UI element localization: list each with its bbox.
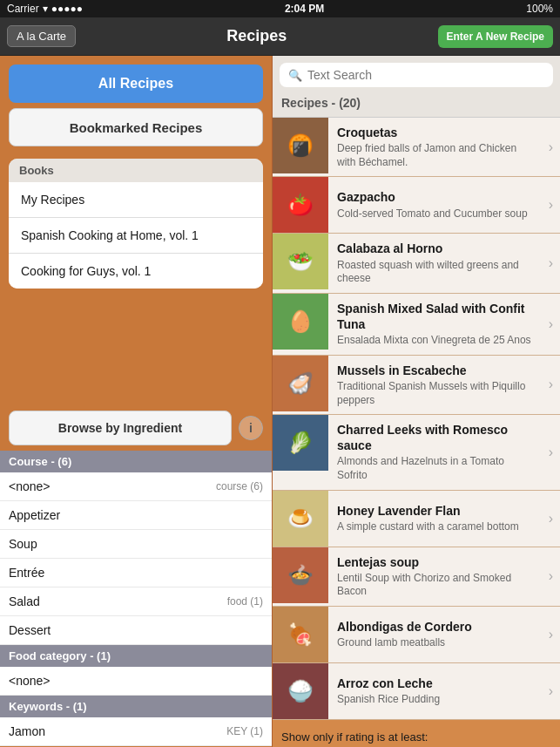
nav-title: Recipes — [226, 27, 287, 45]
chevron-icon: › — [542, 663, 560, 719]
recipe-thumb-mussels: 🦪 — [273, 356, 328, 411]
book-item-my-recipes[interactable]: My Recipes — [9, 182, 263, 218]
recipe-desc-croquetas: Deep fried balls of Jamon and Chicken wi… — [337, 142, 535, 169]
search-input-wrap[interactable]: 🔍 — [280, 63, 553, 87]
food-category-filter-section: Food category - (1) <none> — [0, 645, 272, 696]
recipe-desc-lentejas: Lentil Soup with Chorizo and Smoked Baco… — [337, 572, 535, 599]
recipe-item-leeks[interactable]: 🥬 Charred Leeks with Romesco sauce Almon… — [273, 415, 560, 491]
filter-salad[interactable]: Salad food (1) — [0, 587, 272, 616]
status-time: 2:04 PM — [285, 3, 324, 15]
bookmarked-recipes-button[interactable]: Bookmarked Recipes — [9, 108, 263, 146]
recipe-name-croquetas: Croquetas — [337, 125, 535, 140]
info-button[interactable]: i — [239, 416, 263, 440]
browse-by-ingredient-button[interactable]: Browse by Ingredient — [9, 411, 232, 445]
nav-bar: A la Carte Recipes Enter A New Recipe — [0, 17, 560, 56]
chevron-icon: › — [542, 294, 560, 355]
recipe-thumb-albondigas: 🍖 — [273, 607, 328, 662]
main-layout: All Recipes Bookmarked Recipes Books My … — [0, 56, 560, 747]
filter-dessert[interactable]: Dessert — [0, 616, 272, 645]
recipe-item-mussels[interactable]: 🦪 Mussels in Escabeche Traditional Spani… — [273, 356, 560, 415]
right-panel: 🔍 Recipes - (20) 🍘 Croquetas Deep fried … — [272, 56, 560, 747]
chevron-icon: › — [542, 356, 560, 414]
recipe-item-gazpacho[interactable]: 🍅 Gazpacho Cold-served Tomato and Cucumb… — [273, 177, 560, 234]
rating-label: Show only if rating is at least: — [281, 730, 551, 744]
search-icon: 🔍 — [288, 69, 302, 82]
recipe-list: 🍘 Croquetas Deep fried balls of Jamon an… — [273, 118, 560, 720]
recipe-desc-flan: A simple custard with a caramel bottom — [337, 520, 535, 534]
rating-section: Show only if rating is at least: ★ ★ ★ ★… — [273, 720, 560, 747]
recipe-item-spanish-salad[interactable]: 🥚 Spanish Mixed Salad with Confit Tuna E… — [273, 294, 560, 356]
recipe-thumb-calabaza: 🥗 — [273, 234, 328, 289]
recipe-name-flan: Honey Lavender Flan — [337, 503, 535, 519]
recipe-name-lentejas: Lentejas soup — [337, 554, 535, 570]
recipe-desc-arroz: Spanish Rice Pudding — [337, 693, 535, 707]
search-input[interactable] — [307, 68, 544, 82]
recipe-desc-albondigas: Ground lamb meatballs — [337, 636, 535, 650]
recipe-thumb-flan: 🍮 — [273, 491, 328, 547]
new-recipe-button[interactable]: Enter A New Recipe — [438, 25, 553, 48]
chevron-icon: › — [542, 177, 560, 233]
recipe-name-spanish-salad: Spanish Mixed Salad with Confit Tuna — [337, 301, 535, 332]
recipe-item-flan[interactable]: 🍮 Honey Lavender Flan A simple custard w… — [273, 491, 560, 547]
chevron-icon: › — [542, 491, 560, 547]
chevron-icon: › — [542, 118, 560, 176]
filter-entree[interactable]: Entrée — [0, 559, 272, 587]
recipe-name-mussels: Mussels in Escabeche — [337, 363, 535, 378]
filter-none-food[interactable]: <none> — [0, 667, 272, 696]
recipe-item-arroz[interactable]: 🍚 Arroz con Leche Spanish Rice Pudding › — [273, 663, 560, 720]
chevron-icon: › — [542, 415, 560, 490]
chevron-icon: › — [542, 607, 560, 662]
food-category-filter-header: Food category - (1) — [0, 645, 272, 667]
recipe-name-gazpacho: Gazpacho — [337, 189, 535, 205]
recipe-thumb-gazpacho: 🍅 — [273, 177, 328, 233]
filter-soup[interactable]: Soup — [0, 530, 272, 559]
search-bar: 🔍 — [273, 56, 560, 92]
status-bar: Carrier ▾ ●●●●● 2:04 PM 100% — [0, 0, 560, 17]
filter-jamon[interactable]: Jamon KEY (1) — [0, 717, 272, 746]
recipe-desc-gazpacho: Cold-served Tomato and Cucumber soup — [337, 207, 535, 221]
chevron-icon: › — [542, 547, 560, 606]
books-header: Books — [9, 159, 263, 182]
status-battery: 100% — [526, 3, 553, 15]
left-panel: All Recipes Bookmarked Recipes Books My … — [0, 56, 272, 747]
recipe-item-lentejas[interactable]: 🍲 Lentejas soup Lentil Soup with Chorizo… — [273, 547, 560, 607]
ad-space — [0, 297, 272, 411]
recipe-desc-leeks: Almonds and Hazelnuts in a Tomato Sofrit… — [337, 455, 535, 482]
recipe-thumb-leeks: 🥬 — [273, 415, 328, 471]
recipe-thumb-spanish-salad: 🥚 — [273, 294, 328, 350]
back-button[interactable]: A la Carte — [7, 25, 76, 47]
recipe-item-croquetas[interactable]: 🍘 Croquetas Deep fried balls of Jamon an… — [273, 118, 560, 177]
recipe-thumb-croquetas: 🍘 — [273, 118, 328, 173]
chevron-icon: › — [542, 234, 560, 292]
keywords-filter-section: Keywords - (1) Jamon KEY (1) — [0, 696, 272, 746]
recipe-desc-spanish-salad: Ensalada Mixta con Vinegreta de 25 Anos — [337, 334, 535, 348]
recipe-name-calabaza: Calabaza al Horno — [337, 241, 535, 256]
books-section: Books My Recipes Spanish Cooking at Home… — [9, 159, 263, 289]
recipes-count: Recipes - (20) — [273, 92, 560, 118]
course-filter-header: Course - (6) — [0, 451, 272, 472]
recipe-thumb-lentejas: 🍲 — [273, 547, 328, 603]
filter-appetizer[interactable]: Appetizer — [0, 501, 272, 530]
recipe-item-albondigas[interactable]: 🍖 Albondigas de Cordero Ground lamb meat… — [273, 607, 560, 663]
recipe-desc-mussels: Traditional Spanish Mussels with Piquill… — [337, 380, 535, 407]
status-carrier: Carrier ▾ ●●●●● — [7, 3, 83, 15]
recipe-name-albondigas: Albondigas de Cordero — [337, 619, 535, 635]
recipe-thumb-arroz: 🍚 — [273, 663, 328, 719]
keywords-filter-header: Keywords - (1) — [0, 696, 272, 717]
recipe-item-calabaza[interactable]: 🥗 Calabaza al Horno Roasted squash with … — [273, 234, 560, 293]
browse-row: Browse by Ingredient i — [9, 411, 263, 445]
recipe-name-leeks: Charred Leeks with Romesco sauce — [337, 422, 535, 453]
book-item-spanish-cooking[interactable]: Spanish Cooking at Home, vol. 1 — [9, 218, 263, 254]
filter-none-course[interactable]: <none> course (6) — [0, 472, 272, 501]
course-filter-section: Course - (6) <none> course (6) Appetizer… — [0, 451, 272, 645]
recipe-name-arroz: Arroz con Leche — [337, 676, 535, 691]
recipe-desc-calabaza: Roasted squash with wilted greens and ch… — [337, 259, 535, 286]
all-recipes-button[interactable]: All Recipes — [9, 65, 263, 103]
book-item-cooking-guys[interactable]: Cooking for Guys, vol. 1 — [9, 254, 263, 289]
